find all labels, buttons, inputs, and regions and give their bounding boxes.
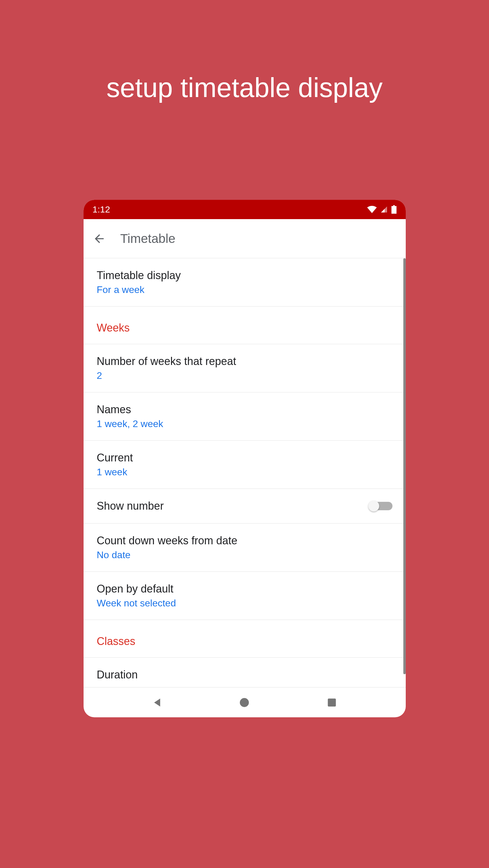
page-title: setup timetable display [107,72,383,103]
battery-icon [391,205,397,214]
setting-value: 1 week, 2 week [97,418,393,430]
setting-current[interactable]: Current 1 week [84,441,406,489]
triangle-back-icon [151,696,163,709]
nav-back-button[interactable] [151,696,163,709]
setting-duration[interactable]: Duration [84,658,406,687]
nav-bar [84,687,406,717]
nav-home-button[interactable] [238,696,250,709]
back-button[interactable] [93,232,106,245]
switch-thumb [368,501,379,512]
setting-title: Names [97,403,393,416]
settings-list: Timetable display For a week Weeks Numbe… [84,258,406,687]
signal-icon [380,206,388,213]
section-classes: Classes [84,620,406,658]
setting-title: Count down weeks from date [97,534,393,547]
arrow-left-icon [93,232,106,245]
setting-timetable-display[interactable]: Timetable display For a week [84,258,406,307]
section-title: Classes [97,635,393,648]
app-bar-title: Timetable [120,231,176,246]
setting-value: 1 week [97,467,393,478]
svg-point-0 [240,698,249,707]
nav-recent-button[interactable] [326,696,338,709]
circle-home-icon [238,696,250,709]
section-title: Weeks [97,321,393,334]
setting-title: Current [97,452,393,464]
wifi-icon [367,206,377,213]
setting-title: Open by default [97,583,393,595]
section-weeks: Weeks [84,307,406,344]
setting-title: Show number [97,500,164,513]
setting-names[interactable]: Names 1 week, 2 week [84,393,406,441]
scroll-indicator[interactable] [403,258,406,674]
setting-num-weeks[interactable]: Number of weeks that repeat 2 [84,344,406,393]
status-time: 1:12 [93,204,110,215]
phone-frame: 1:12 Timetable Timetable display For a w… [84,200,406,717]
setting-title: Timetable display [97,269,393,282]
setting-title: Duration [97,669,393,681]
status-bar: 1:12 [84,200,406,219]
setting-title: Number of weeks that repeat [97,355,393,368]
setting-value: 2 [97,370,393,381]
svg-rect-1 [327,698,336,707]
setting-open-default[interactable]: Open by default Week not selected [84,572,406,620]
setting-show-number[interactable]: Show number [84,489,406,524]
app-bar: Timetable [84,219,406,258]
setting-value: No date [97,550,393,561]
square-recent-icon [326,696,338,709]
show-number-switch[interactable] [368,500,393,512]
status-icons [367,205,397,214]
setting-value: Week not selected [97,598,393,609]
setting-value: For a week [97,284,393,296]
setting-countdown[interactable]: Count down weeks from date No date [84,524,406,572]
